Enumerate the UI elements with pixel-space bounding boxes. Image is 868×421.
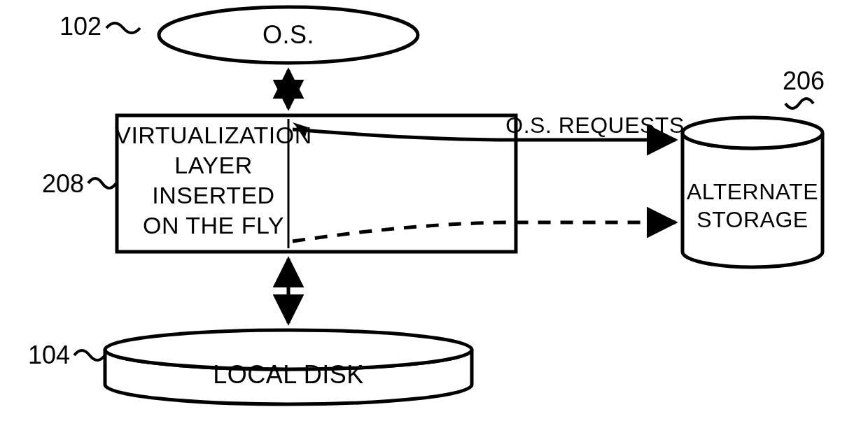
local-disk-label: LOCAL DISK bbox=[213, 360, 364, 389]
ref-208-text: 208 bbox=[42, 169, 84, 198]
ref-104-text: 104 bbox=[28, 341, 70, 369]
ref-102: 102 bbox=[59, 12, 140, 41]
alt-storage-line1: ALTERNATE bbox=[687, 179, 818, 204]
os-node: O.S. bbox=[159, 7, 418, 63]
layer-line2: LAYER bbox=[174, 152, 252, 178]
layer-line4: ON THE FLY bbox=[143, 212, 284, 238]
os-requests-label: O.S. REQUESTS bbox=[505, 113, 684, 138]
local-disk-node: LOCAL DISK bbox=[105, 330, 472, 404]
ref-206: 206 bbox=[783, 66, 825, 108]
ref-206-text: 206 bbox=[783, 66, 825, 95]
svg-point-3 bbox=[682, 117, 822, 148]
alternate-storage-node: ALTERNATE STORAGE bbox=[682, 117, 822, 267]
ref-208: 208 bbox=[42, 169, 116, 198]
virtualization-layer-node: VIRTUALIZATION LAYER INSERTED ON THE FLY bbox=[115, 115, 516, 252]
os-label: O.S. bbox=[262, 20, 314, 49]
ref-102-text: 102 bbox=[59, 12, 102, 41]
alt-storage-line2: STORAGE bbox=[696, 207, 808, 232]
layer-line1: VIRTUALIZATION bbox=[115, 122, 312, 148]
diagram-canvas: O.S. 102 VIRTUALIZATION LAYER INSERTED O… bbox=[0, 0, 868, 421]
ref-104: 104 bbox=[28, 341, 105, 369]
layer-line3: INSERTED bbox=[152, 182, 274, 208]
